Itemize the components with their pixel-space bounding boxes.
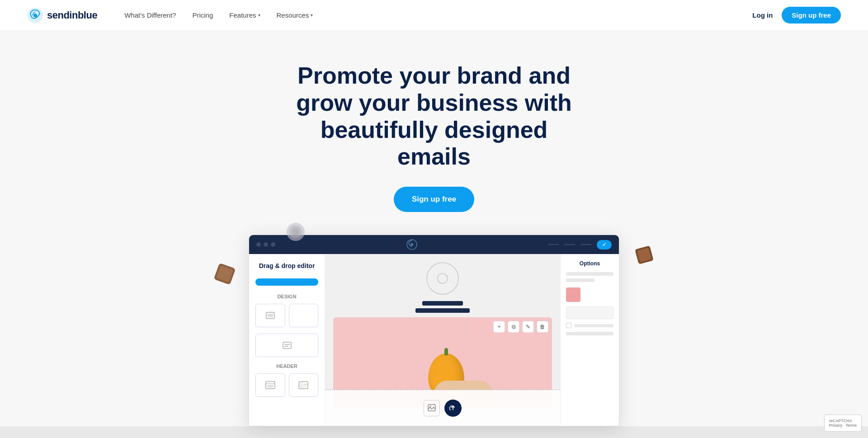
canvas-placeholder-circle	[426, 262, 459, 295]
sidebar-block-text[interactable]	[255, 334, 318, 357]
upload-area[interactable]	[444, 400, 462, 417]
right-panel-line-2	[566, 278, 594, 282]
titlebar-dots	[256, 242, 275, 247]
app-sidebar: Drag & drop editor Design	[249, 254, 325, 426]
canvas-circle-inner	[437, 273, 448, 284]
right-panel-checkbox-label	[574, 324, 613, 327]
sidebar-header-block-2[interactable]	[289, 373, 319, 397]
upload-circle-icon	[444, 400, 462, 417]
cloud-upload-icon	[449, 404, 457, 412]
floating-shape-top	[285, 221, 307, 243]
recaptcha-badge: reCAPTCHA Privacy · Terms	[824, 414, 862, 432]
titlebar-line-1	[548, 244, 559, 245]
sidebar-block-image[interactable]	[255, 304, 285, 327]
image-upload-icon	[428, 404, 436, 412]
bottom-section	[0, 426, 868, 438]
svg-rect-20	[299, 381, 303, 389]
right-panel-checkbox[interactable]	[566, 323, 571, 328]
header-block-1-icon	[265, 381, 275, 389]
floating-shape-right	[633, 244, 656, 266]
nav-signup-button[interactable]: Sign up free	[782, 7, 841, 24]
titlebar-line-3	[580, 244, 591, 245]
sidebar-block-blank[interactable]	[289, 304, 319, 327]
navbar: sendinblue What's Different? Pricing Fea…	[0, 0, 868, 31]
titlebar-right: ✓	[548, 240, 612, 250]
logo[interactable]: sendinblue	[27, 7, 97, 24]
check-icon: ✓	[602, 242, 606, 248]
nav-resources[interactable]: Resources ▾	[277, 11, 313, 19]
sidebar-header-block-1[interactable]	[255, 373, 285, 397]
svg-rect-12	[268, 314, 273, 317]
sidebar-action-button[interactable]	[255, 278, 318, 286]
titlebar-dot-2	[264, 242, 268, 247]
text-block-icon	[282, 341, 292, 349]
nav-actions: Log in Sign up free	[752, 7, 841, 24]
header-block-2-icon	[298, 381, 308, 389]
sendinblue-logo-icon	[27, 7, 43, 24]
logo-text: sendinblue	[47, 9, 97, 21]
app-canvas: + ⧉ ✎ 🗑	[325, 254, 560, 426]
nav-pricing[interactable]: Pricing	[192, 11, 213, 19]
nav-links: What's Different? Pricing Features ▾ Res…	[124, 11, 752, 19]
hero-title: Promote your brand and grow your busines…	[294, 62, 574, 170]
floating-shape-left	[212, 262, 237, 287]
titlebar-logo-icon	[406, 239, 418, 250]
screenshot-area: ✓ Drag & drop editor Design	[249, 235, 619, 426]
recaptcha-subtext: Privacy · Terms	[829, 423, 857, 428]
right-panel-color-swatch[interactable]	[566, 287, 580, 302]
svg-rect-18	[267, 385, 274, 387]
titlebar-dot-3	[271, 242, 275, 247]
toolbar-image-icon[interactable]	[424, 400, 440, 416]
canvas-text-bar-2	[415, 308, 470, 313]
nav-features[interactable]: Features ▾	[229, 11, 260, 19]
right-panel-line-3	[566, 332, 613, 335]
right-panel-checkbox-row	[566, 323, 613, 328]
canvas-upload-toolbar	[325, 390, 560, 426]
gourd-stem	[444, 348, 448, 355]
titlebar-line-2	[564, 244, 575, 245]
sidebar-header-section: Header	[255, 363, 318, 397]
right-panel-line-1	[566, 272, 613, 276]
svg-rect-13	[283, 342, 291, 349]
login-button[interactable]: Log in	[752, 11, 773, 19]
titlebar-dot-1	[256, 242, 261, 247]
svg-point-1	[33, 14, 37, 17]
sidebar-design-grid	[255, 304, 318, 327]
image-block-icon	[266, 312, 275, 319]
sidebar-title: Drag & drop editor	[255, 262, 318, 269]
hero-signup-button[interactable]: Sign up free	[394, 187, 474, 212]
titlebar-confirm-button[interactable]: ✓	[597, 240, 612, 250]
sidebar-header-label: Header	[255, 363, 318, 369]
right-panel-title: Options	[566, 260, 613, 267]
features-chevron-icon: ▾	[258, 13, 260, 18]
sidebar-header-grid	[255, 373, 318, 397]
nav-whats-different[interactable]: What's Different?	[124, 11, 176, 19]
svg-point-4	[292, 228, 299, 235]
resources-chevron-icon: ▾	[311, 13, 313, 18]
app-body: Drag & drop editor Design	[249, 254, 619, 426]
svg-point-10	[410, 243, 413, 246]
sidebar-design-label: Design	[255, 294, 318, 299]
app-window: ✓ Drag & drop editor Design	[249, 235, 619, 426]
right-panel: Options	[560, 254, 619, 426]
recaptcha-text: reCAPTCHA	[829, 419, 857, 423]
canvas-text-bar-1	[422, 301, 463, 306]
right-panel-input-1[interactable]	[566, 306, 613, 319]
hero-section: Promote your brand and grow your busines…	[0, 31, 868, 426]
